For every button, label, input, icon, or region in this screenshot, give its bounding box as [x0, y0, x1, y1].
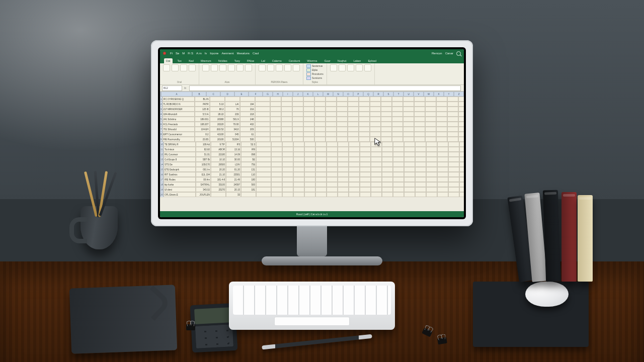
cell[interactable] [447, 137, 458, 142]
cell[interactable] [458, 137, 464, 142]
cell[interactable] [292, 97, 303, 102]
cell[interactable] [415, 142, 426, 147]
cell[interactable] [255, 127, 270, 132]
cell[interactable] [315, 177, 327, 182]
cell[interactable]: 343.02 [196, 187, 211, 192]
cell[interactable] [404, 162, 415, 167]
cell[interactable] [404, 192, 415, 197]
column-header[interactable]: W [424, 92, 434, 97]
cell[interactable]: 13.16 [226, 147, 241, 152]
cell[interactable] [255, 122, 270, 127]
ribbon-button[interactable] [180, 64, 187, 71]
cell[interactable] [270, 97, 281, 102]
cell[interactable] [338, 172, 349, 177]
cell[interactable] [293, 172, 304, 177]
cell[interactable] [360, 162, 371, 167]
cell[interactable] [281, 137, 292, 142]
cell[interactable] [349, 172, 360, 177]
cell[interactable] [256, 162, 271, 167]
cell[interactable] [338, 157, 349, 162]
row-header[interactable]: 19 [160, 187, 164, 192]
cell[interactable] [327, 172, 338, 177]
cell[interactable] [349, 187, 360, 192]
cell[interactable] [282, 152, 293, 157]
cell[interactable] [447, 107, 458, 112]
cell[interactable]: 20220 [210, 122, 225, 127]
cell[interactable] [211, 192, 226, 197]
cell[interactable] [337, 127, 348, 132]
cell[interactable] [414, 117, 425, 122]
cell[interactable] [414, 107, 425, 112]
cell[interactable] [415, 147, 426, 152]
cell[interactable] [437, 192, 448, 197]
ribbon-tab[interactable]: Laken [351, 58, 363, 63]
cell[interactable]: 23.8S [195, 137, 210, 142]
cell[interactable]: KCL Freocado [163, 122, 195, 127]
cell[interactable] [382, 147, 393, 152]
cell[interactable]: 131 [241, 167, 256, 172]
cell[interactable] [303, 137, 314, 142]
cell[interactable] [270, 117, 281, 122]
cell[interactable] [371, 182, 382, 187]
cell[interactable] [281, 112, 292, 117]
grid[interactable]: ABCDEFGHIJKLMNOPQRSTUVWXYZAAABACADAEAF 1… [160, 92, 464, 211]
cell[interactable] [404, 147, 415, 152]
cell[interactable] [225, 97, 240, 102]
cell[interactable]: 263.52 [210, 127, 225, 132]
cell[interactable]: 181.4-8 [211, 177, 226, 182]
cell[interactable] [426, 152, 437, 157]
cell[interactable] [371, 152, 382, 157]
cell[interactable] [437, 177, 448, 182]
cell[interactable]: 109 Ad [196, 142, 211, 147]
style-option[interactable]: Rrocotioms [306, 72, 324, 76]
cell[interactable] [348, 137, 359, 142]
cell[interactable]: 241 Sclishno [163, 117, 195, 122]
cell[interactable] [381, 122, 392, 127]
cell[interactable] [327, 182, 338, 187]
cell[interactable] [360, 152, 371, 157]
column-header[interactable]: L [313, 92, 323, 97]
cell[interactable] [338, 147, 349, 152]
cell[interactable] [426, 192, 437, 197]
cell[interactable] [303, 117, 314, 122]
cell[interactable]: 80.2 [210, 107, 225, 112]
cell[interactable] [381, 137, 392, 142]
cell[interactable] [359, 132, 370, 137]
cell[interactable] [338, 142, 349, 147]
cell[interactable] [255, 137, 270, 142]
cell[interactable] [459, 182, 464, 187]
menu-item[interactable]: Se [176, 52, 179, 55]
menu-item[interactable]: Rencon [432, 52, 442, 55]
cell[interactable] [393, 167, 404, 172]
ribbon-button[interactable] [356, 64, 363, 71]
cell[interactable] [415, 157, 426, 162]
column-header[interactable]: R [373, 92, 383, 97]
cell[interactable]: 5.10 [210, 102, 225, 107]
cell[interactable] [392, 107, 403, 112]
cell[interactable]: 218 [240, 112, 255, 117]
cell[interactable] [448, 147, 459, 152]
cell[interactable] [393, 162, 404, 167]
cell[interactable] [404, 182, 415, 187]
row-header[interactable]: 13 [160, 157, 164, 162]
cell[interactable] [459, 142, 464, 147]
cell[interactable] [458, 122, 464, 127]
cell[interactable] [271, 172, 282, 177]
cell[interactable]: 29500 [211, 162, 226, 167]
cell[interactable] [314, 102, 326, 107]
cell[interactable] [337, 107, 348, 112]
cell[interactable] [415, 182, 426, 187]
cell[interactable] [281, 97, 292, 102]
cell[interactable] [327, 162, 338, 167]
cell[interactable]: RIE Roornondhy [163, 137, 195, 142]
column-header[interactable]: D [220, 92, 234, 97]
ribbon-button[interactable] [347, 64, 354, 71]
cell[interactable] [255, 102, 270, 107]
row-header[interactable]: 15 [160, 167, 164, 172]
cell[interactable] [436, 97, 447, 102]
cell[interactable] [315, 142, 327, 147]
cell[interactable] [382, 142, 393, 147]
cell[interactable] [315, 172, 327, 177]
cell[interactable] [337, 122, 348, 127]
cell[interactable] [426, 142, 437, 147]
